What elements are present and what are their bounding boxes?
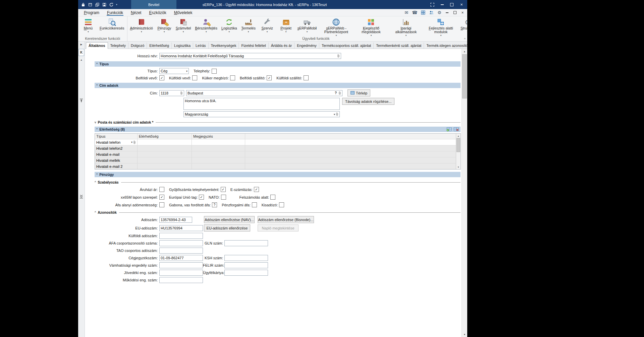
scroll-up-icon[interactable]: ▲ xyxy=(456,134,461,138)
xx65m-checkbox[interactable]: ✓ xyxy=(159,195,164,200)
paperclip-icon[interactable] xyxy=(338,91,341,95)
ribbon-item-szerviz[interactable]: Szerviz ▾ xyxy=(258,17,277,36)
table-add-row-icon[interactable] xyxy=(446,127,452,132)
paperclip-icon[interactable] xyxy=(133,140,136,144)
tab-fizetesi-feltetel[interactable]: Fizetési feltétel xyxy=(239,43,268,49)
gyujtoszamla-checkbox[interactable]: ✓ xyxy=(221,187,226,192)
column-header[interactable]: Elérhetőség xyxy=(138,134,192,139)
copy-icon[interactable] xyxy=(95,2,100,7)
country-select[interactable]: Magyarország ▾ xyxy=(183,111,340,117)
ertek-cell[interactable] xyxy=(138,157,192,163)
save-icon[interactable] xyxy=(102,2,107,7)
dock-tab-k[interactable]: K xyxy=(78,49,84,56)
ksh-input[interactable] xyxy=(224,255,268,261)
megjegyzes-cell[interactable] xyxy=(192,163,245,169)
titlebar-tab-bevitel[interactable]: Bevitel xyxy=(131,0,176,9)
kulfoldi-vevo-checkbox[interactable] xyxy=(192,75,197,80)
ribbon-item-projekt[interactable]: Projekt ▾ xyxy=(277,17,296,36)
naplo-megtekintese-button[interactable]: Napló megtekintése xyxy=(258,224,299,231)
tab-termekenkenti[interactable]: Termékenkénti száll. ajánlat xyxy=(374,43,424,49)
tipus-cell[interactable]: Hivatali mellék xyxy=(95,157,138,163)
ribbon-collapse-icon[interactable]: ^ xyxy=(464,38,466,41)
kisadozo-checkbox[interactable] xyxy=(279,202,284,207)
child-minimize-button[interactable] xyxy=(445,11,449,15)
kulfoldi-szallito-checkbox[interactable] xyxy=(304,75,309,80)
ribbon-item-menu[interactable]: Menü ▾ xyxy=(79,17,98,36)
aruhazi-ar-checkbox[interactable] xyxy=(159,187,164,192)
menu-eszkozok[interactable]: Eszközök xyxy=(149,10,166,16)
main-scrollbar[interactable]: ▲ ▼ xyxy=(462,49,467,337)
table-row[interactable]: Hivatali e-mail 2 xyxy=(95,163,461,169)
tab-logisztika[interactable]: Logisztika xyxy=(172,43,193,49)
ribbon-item-logisztika[interactable]: Logisztika ▾ xyxy=(219,17,239,36)
scroll-up-icon[interactable]: ▲ xyxy=(462,49,467,54)
section-elerhetoseg[interactable]: ^ Elérhetőség (8) xyxy=(95,127,461,132)
kulker-megbizo-checkbox[interactable] xyxy=(230,75,235,80)
ribbon-item-penzugy[interactable]: Pénzügy ▾ xyxy=(155,17,174,36)
adoszam-bisnode-button[interactable]: Adószám ellenőrzése (Bisnode)... xyxy=(258,216,314,223)
minimize-button[interactable] xyxy=(440,2,444,7)
table-delete-row-icon[interactable] xyxy=(453,127,459,132)
menu-funkciok[interactable]: Funkciók xyxy=(107,10,123,16)
section-penzugy[interactable]: ^ Pénzügy xyxy=(95,172,461,177)
tab-dolgozo[interactable]: Dolgozó xyxy=(128,43,147,49)
section-szabalyozas[interactable]: ^ Szabályozás xyxy=(95,180,461,184)
dock-pin-top-icon[interactable] xyxy=(79,98,83,103)
ribbon-item-szamvitel[interactable]: Számvitel ▾ xyxy=(174,17,193,36)
menu-nezet[interactable]: Nézet xyxy=(130,10,142,16)
ribbon-item-funkciokereses[interactable]: Funkciókeresés xyxy=(98,17,126,36)
cegjegyzekszam-input[interactable]: 01-09-862477 xyxy=(159,255,203,261)
scrollbar-thumb[interactable] xyxy=(462,54,467,98)
adoszam-input[interactable]: 13576994-2-43 xyxy=(159,217,192,223)
table-row[interactable]: Hivatali mellék xyxy=(95,157,461,163)
mail-icon[interactable]: ✉ xyxy=(405,10,408,15)
dock-pin-bottom-icon[interactable] xyxy=(79,195,83,199)
apps-grid-icon[interactable] xyxy=(421,10,425,15)
zip-input[interactable]: 1118 xyxy=(159,90,184,96)
tab-engedmeny[interactable]: Engedmény xyxy=(294,43,319,49)
ertek-cell[interactable] xyxy=(138,163,192,169)
city-input[interactable]: Budapest ? xyxy=(186,90,342,96)
mukodesi-input[interactable] xyxy=(159,277,203,283)
table-scrollbar[interactable]: ▲ ▼ xyxy=(456,134,461,169)
belfoldi-vevo-checkbox[interactable]: ✓ xyxy=(159,75,164,80)
scroll-down-icon[interactable]: ▼ xyxy=(456,165,461,169)
terkep-button[interactable]: Térkép xyxy=(347,89,370,96)
eu-adoszam-input[interactable]: HU13576994 xyxy=(159,225,203,231)
section-cim-adatok[interactable]: ^ Cím adatok xyxy=(95,83,461,88)
tao-input[interactable] xyxy=(159,248,203,254)
qat-customize-caret-icon[interactable]: ▾ xyxy=(116,3,117,6)
gabona-checkbox[interactable]: ? xyxy=(212,202,217,207)
menu-program[interactable]: Program xyxy=(84,10,100,16)
tab-elerhetoseg[interactable]: Elérhetőség xyxy=(147,43,172,49)
megjegyzes-cell[interactable] xyxy=(192,139,245,145)
tab-altalanos[interactable]: Általános xyxy=(86,42,108,49)
fullscreen-button[interactable] xyxy=(430,2,435,7)
ribbon-item-kiegeszito[interactable]: Kiegészítő megoldások ▾ xyxy=(354,17,388,36)
child-close-button[interactable]: × xyxy=(461,11,465,15)
section-azonositok[interactable]: ^ Azonosítók xyxy=(95,210,461,214)
ertek-cell[interactable] xyxy=(138,145,192,151)
tipus-cell[interactable]: Hivatali e-mail xyxy=(95,151,138,157)
table-row[interactable]: Hivatali telefon2 xyxy=(95,145,461,151)
window-icon[interactable] xyxy=(88,2,93,7)
ribbon-item-berszamfejtes[interactable]: Bérszámfejtés ▾ xyxy=(193,17,219,36)
ribbon-item-serpamobil[interactable]: sERPaMobil ▾ xyxy=(296,17,319,36)
scroll-down-icon[interactable]: ▼ xyxy=(462,332,467,337)
ertek-cell[interactable] xyxy=(138,151,192,157)
tipus-cell-select[interactable]: Hivatali telefon ▾ xyxy=(95,139,138,145)
adoszam-nav-button[interactable]: Adószám ellenőrzése (NAV)... xyxy=(204,216,255,223)
tab-telephely[interactable]: Telephely xyxy=(108,43,128,49)
penzforgalmi-checkbox[interactable] xyxy=(252,202,257,207)
ugyfelkartya-input[interactable] xyxy=(224,270,268,276)
lock-icon[interactable] xyxy=(81,2,86,7)
dock-expand-icon[interactable]: ▶ xyxy=(80,43,82,46)
tab-tevekenysegek[interactable]: Tevékenységek xyxy=(209,43,239,49)
vamhatosagi-input[interactable] xyxy=(159,262,203,268)
table-row[interactable]: Hivatali telefon ▾ xyxy=(95,139,461,145)
tipus-select[interactable]: Cég ▾ xyxy=(159,68,189,74)
ribbon-item-struktura[interactable]: ⚙ Struktúra ▾ xyxy=(458,17,467,36)
tab-artabla-es-ar[interactable]: Ártábla és ár xyxy=(269,43,294,49)
tipus-cell[interactable]: Hivatali telefon2 xyxy=(95,145,138,151)
child-restore-button[interactable] xyxy=(453,11,457,15)
